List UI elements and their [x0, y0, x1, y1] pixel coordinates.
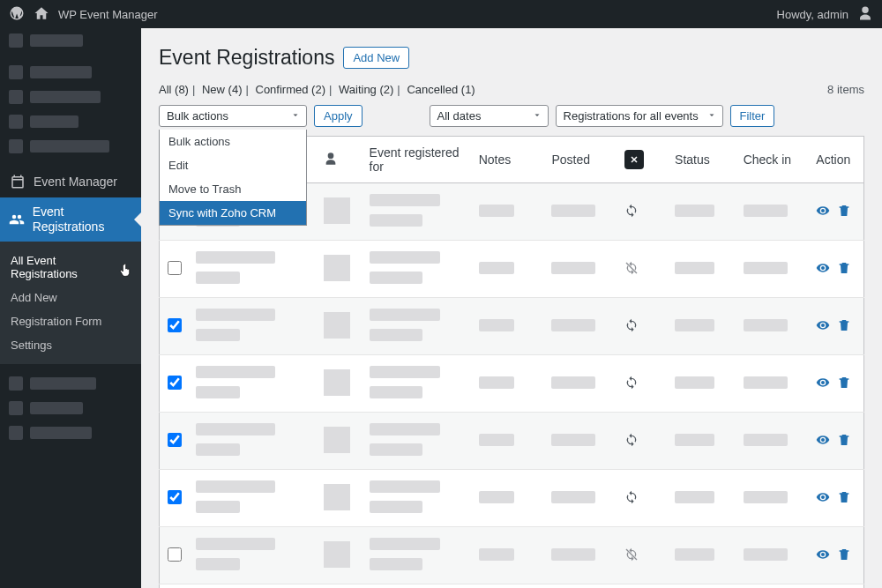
submenu-settings[interactable]: Settings: [0, 333, 141, 357]
view-icon[interactable]: [816, 204, 830, 220]
table-row: [160, 298, 864, 355]
th-notes[interactable]: Notes: [472, 137, 545, 183]
items-count: 8 items: [827, 83, 864, 96]
bulk-actions-select[interactable]: Bulk actions Bulk actionsEditMove to Tra…: [159, 105, 307, 127]
th-event[interactable]: Event registered for: [363, 137, 472, 183]
sidebar-label: Event Registrations: [33, 205, 132, 234]
sync-icon[interactable]: [624, 264, 639, 278]
bulk-actions-dropdown: Bulk actionsEditMove to TrashSync with Z…: [159, 130, 307, 226]
view-icon[interactable]: [816, 433, 830, 450]
content-area: Event Registrations Add New All (8)| New…: [141, 28, 882, 588]
view-icon[interactable]: [816, 261, 830, 278]
bulk-option[interactable]: Bulk actions: [160, 130, 306, 153]
row-checkbox[interactable]: [168, 433, 182, 447]
submenu-label: All Event Registrations: [11, 254, 113, 280]
sidebar-label: Event Manager: [34, 175, 117, 189]
th-checkin[interactable]: Check in: [736, 137, 810, 183]
view-icon[interactable]: [816, 490, 830, 507]
wp-logo-icon[interactable]: [9, 5, 25, 24]
apply-button[interactable]: Apply: [314, 105, 363, 127]
users-icon: [9, 211, 26, 228]
calendar-icon: [9, 173, 26, 190]
howdy-text[interactable]: Howdy, admin: [777, 8, 848, 21]
filter-new[interactable]: New (4): [202, 83, 243, 96]
home-icon[interactable]: [34, 5, 49, 24]
user-avatar-icon[interactable]: [857, 5, 873, 24]
view-icon[interactable]: [816, 376, 830, 392]
th-sync[interactable]: [617, 137, 668, 183]
delete-icon[interactable]: [837, 376, 851, 392]
events-select[interactable]: Registrations for all events: [556, 105, 723, 127]
submenu-add-new[interactable]: Add New: [0, 286, 141, 309]
filter-confirmed[interactable]: Confirmed (2): [256, 83, 325, 96]
view-icon[interactable]: [816, 547, 830, 564]
sync-icon[interactable]: [624, 207, 639, 220]
avatar-placeholder: [324, 484, 350, 510]
row-checkbox[interactable]: [168, 261, 182, 275]
th-posted[interactable]: Posted: [544, 137, 617, 183]
row-checkbox[interactable]: [168, 490, 182, 504]
table-row: [160, 355, 864, 413]
table-row: [160, 241, 864, 298]
sidebar-item-placeholder[interactable]: [0, 28, 141, 53]
filter-all[interactable]: All (8): [159, 83, 189, 96]
events-label: Registrations for all events: [564, 109, 699, 123]
delete-icon[interactable]: [837, 261, 851, 278]
bulk-option[interactable]: Move to Trash: [160, 177, 306, 201]
sidebar-item-placeholder[interactable]: [0, 421, 141, 445]
delete-icon[interactable]: [837, 433, 851, 450]
th-action[interactable]: Action: [809, 137, 863, 183]
sidebar-item-event-manager[interactable]: Event Manager: [0, 166, 141, 197]
delete-icon[interactable]: [837, 318, 851, 335]
filter-waiting[interactable]: Waiting (2): [339, 83, 393, 96]
submenu-registration-form[interactable]: Registration Form: [0, 309, 141, 333]
submenu-all-registrations[interactable]: All Event Registrations: [0, 249, 141, 286]
table-row: [160, 584, 864, 589]
cursor-hand-icon: [118, 264, 132, 280]
table-row: [160, 470, 864, 527]
avatar-placeholder: [324, 312, 350, 339]
chevron-down-icon: [532, 109, 542, 123]
delete-icon[interactable]: [837, 490, 851, 507]
bulk-option[interactable]: Edit: [160, 153, 306, 177]
add-new-button[interactable]: Add New: [343, 47, 409, 69]
row-checkbox[interactable]: [168, 547, 182, 562]
th-status[interactable]: Status: [668, 137, 736, 183]
delete-icon[interactable]: [837, 204, 851, 220]
sidebar-item-placeholder[interactable]: [0, 109, 141, 134]
bulk-option[interactable]: Sync with Zoho CRM: [160, 201, 306, 225]
table-row: [160, 413, 864, 470]
status-filter-links: All (8)| New (4)| Confirmed (2)| Waiting…: [159, 83, 475, 96]
avatar-placeholder: [324, 369, 350, 396]
sync-icon[interactable]: [624, 551, 639, 564]
sidebar-item-placeholder[interactable]: [0, 371, 141, 396]
sync-icon[interactable]: [624, 494, 639, 507]
avatar-placeholder: [324, 541, 350, 568]
sync-icon[interactable]: [624, 322, 639, 335]
site-title[interactable]: WP Event Manager: [58, 8, 157, 21]
view-icon[interactable]: [816, 318, 830, 335]
sidebar-item-event-registrations[interactable]: Event Registrations: [0, 197, 141, 242]
dates-select[interactable]: All dates: [430, 105, 549, 127]
sidebar-item-placeholder[interactable]: [0, 396, 141, 421]
avatar-placeholder: [324, 427, 350, 453]
sidebar-item-placeholder[interactable]: [0, 134, 141, 159]
sync-icon[interactable]: [624, 436, 639, 450]
row-checkbox[interactable]: [168, 318, 182, 332]
th-attendee-icon[interactable]: [317, 137, 363, 183]
bulk-actions-label: Bulk actions: [167, 109, 228, 123]
sidebar-item-placeholder[interactable]: [0, 60, 141, 85]
sidebar-item-placeholder[interactable]: [0, 85, 141, 109]
admin-bar: WP Event Manager Howdy, admin: [0, 0, 882, 28]
chevron-down-icon: [706, 109, 717, 123]
page-title: Event Registrations: [159, 46, 334, 70]
filter-cancelled[interactable]: Cancelled (1): [407, 83, 475, 96]
admin-sidebar: Event Manager Event Registrations All Ev…: [0, 28, 141, 588]
avatar-placeholder: [324, 197, 350, 224]
sidebar-submenu: All Event Registrations Add New Registra…: [0, 242, 141, 364]
sync-icon[interactable]: [624, 379, 639, 392]
row-checkbox[interactable]: [168, 376, 182, 390]
chevron-down-icon: [290, 109, 301, 123]
delete-icon[interactable]: [837, 547, 851, 564]
filter-button[interactable]: Filter: [730, 105, 775, 127]
